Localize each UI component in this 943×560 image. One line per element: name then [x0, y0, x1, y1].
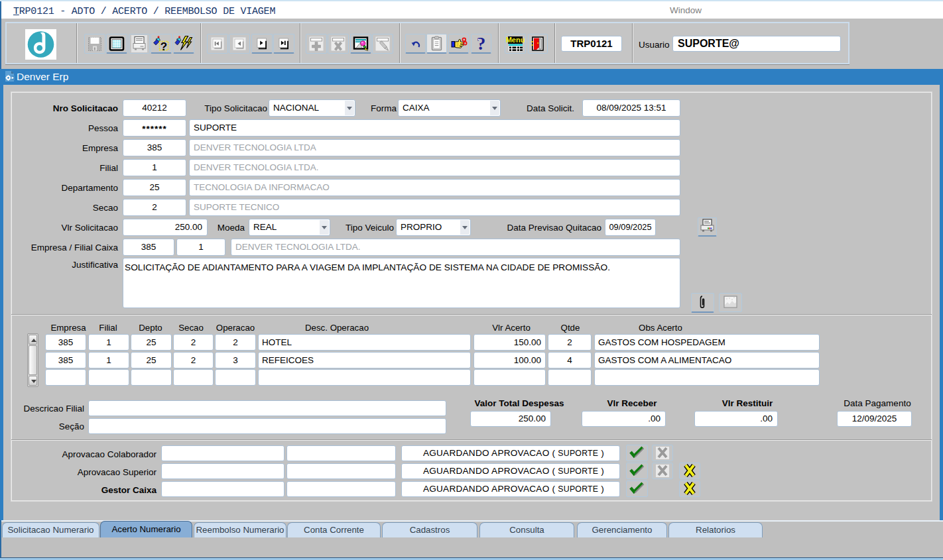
svg-text:?: ? — [160, 40, 167, 53]
svg-text:?: ? — [477, 34, 486, 53]
svg-text:Menu: Menu — [506, 36, 525, 44]
